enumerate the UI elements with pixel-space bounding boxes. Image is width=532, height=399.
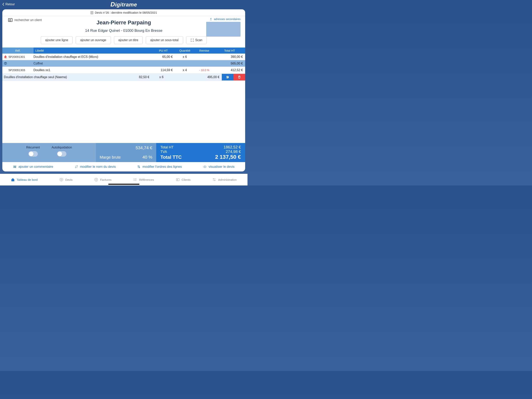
row-pu: 114,59 € (152, 68, 175, 72)
client-search-button[interactable]: rechercher un client (8, 18, 42, 22)
table-row[interactable]: 5P20091303 Douilles xx1 114,59 € x 4 - 1… (2, 67, 245, 73)
add-title-button[interactable]: ajouter un titre (114, 36, 143, 44)
add-comment-label: ajouter un commentaire (19, 165, 53, 169)
reorder-link[interactable]: modifier l'ordres des lignes (137, 165, 182, 169)
nav-admin[interactable]: Administration (212, 178, 237, 182)
svg-point-30 (177, 179, 178, 180)
margin-panel: 534,74 € Marge brute 40 % (96, 143, 156, 162)
comment-icon (13, 165, 17, 168)
row-label: Douilles xx1 (33, 68, 152, 72)
add-line-button[interactable]: ajouter une ligne (41, 36, 73, 44)
row-label: Douilles d'installation chauffage et ECS… (33, 55, 152, 59)
line-items-table: Réf. Libellé PU HT Quantité Remise Total… (2, 48, 245, 143)
scan-label: Scan (195, 38, 202, 42)
svg-point-11 (228, 77, 229, 77)
svg-point-28 (133, 180, 134, 181)
chevron-left-icon (2, 3, 4, 6)
margin-amount: 534,74 € (100, 145, 152, 150)
autoliq-label: Autoliquidation (52, 146, 72, 149)
scan-button[interactable]: Scan (186, 36, 207, 44)
svg-point-34 (214, 180, 215, 181)
row-label: Douilles d'installation chauffage seul (… (4, 75, 128, 79)
row-total: 495,00 € (191, 75, 222, 79)
row-total: 412,52 € (214, 68, 245, 72)
list-icon (133, 178, 137, 182)
cube-icon (4, 62, 7, 65)
edit-row-button[interactable] (222, 74, 234, 80)
table-row[interactable]: 5P20091301 Douilles d'installation chauf… (2, 54, 245, 60)
eye-icon (203, 165, 207, 168)
bag-icon (4, 55, 7, 59)
reorder-icon (137, 165, 141, 168)
client-icon (8, 18, 13, 22)
nav-invoices-label: Factures (100, 178, 111, 181)
row-qty: x 4 (175, 68, 195, 72)
client-search-label: rechercher un client (14, 18, 42, 22)
delete-row-button[interactable] (234, 74, 245, 80)
svg-point-26 (133, 179, 134, 179)
clients-icon (176, 178, 180, 182)
trash-icon (238, 75, 241, 79)
margin-pct: 40 % (143, 155, 152, 160)
view-link[interactable]: visualiser le devis (203, 165, 234, 169)
secondary-addresses-label: adresses secondaires (214, 18, 241, 21)
nav-invoices[interactable]: €Factures (94, 178, 111, 182)
svg-text:D: D (61, 179, 62, 181)
row-ref: 5P20091301 (9, 55, 33, 58)
home-icon (11, 178, 15, 182)
row-qty: x 6 (152, 75, 171, 79)
header-qty: Quantité (175, 48, 195, 54)
add-comment-link[interactable]: ajouter un commentaire (13, 165, 53, 169)
add-work-button[interactable]: ajouter un ouvrage (76, 36, 111, 44)
svg-point-4 (210, 18, 211, 19)
scan-icon (191, 39, 194, 42)
svg-point-10 (227, 76, 228, 77)
brand-logo: Digitrame (110, 1, 137, 8)
nav-clients-label: Clients (182, 178, 191, 181)
nav-clients[interactable]: Clients (176, 178, 191, 182)
row-label: Coffret (33, 62, 152, 65)
pencil-icon (75, 165, 78, 168)
nav-quotes[interactable]: DDevis (59, 178, 73, 182)
tva-label: TVA (160, 150, 167, 154)
bottom-nav: Tableau de bord DDevis €Factures Référen… (0, 174, 247, 186)
rename-label: modifier le nom du devis (80, 165, 116, 169)
recurrent-toggle[interactable] (28, 151, 38, 157)
quote-icon: D (59, 178, 63, 182)
table-header: Réf. Libellé PU HT Quantité Remise Total… (2, 48, 245, 54)
document-title-bar: Devis n°26 : dernière modification le 08… (2, 9, 245, 16)
header-pu: PU HT (152, 48, 175, 54)
back-button[interactable]: Retour (2, 3, 15, 6)
rename-link[interactable]: modifier le nom du devis (75, 165, 116, 169)
recurrent-label: Récurrent (26, 146, 40, 149)
tva: 274,98 € (226, 149, 241, 154)
back-label: Retour (6, 3, 15, 6)
header-label: Libellé (33, 48, 152, 54)
nav-refs[interactable]: Références (133, 178, 154, 182)
svg-point-12 (227, 78, 228, 78)
svg-point-18 (204, 166, 205, 167)
row-pu: 65,00 € (152, 55, 175, 59)
row-discount: - 10.0 % (195, 69, 214, 72)
client-name: Jean-Pierre Parpaing (7, 19, 241, 26)
row-pu: 82,50 € (128, 75, 152, 79)
secondary-addresses-button[interactable]: adresses secondaires (209, 18, 241, 21)
row-qty: x 6 (175, 55, 195, 59)
add-subtotal-button[interactable]: ajouter un sous-total (146, 36, 183, 44)
nav-dashboard[interactable]: Tableau de bord (11, 178, 38, 182)
options-panel: Récurrent Autoliquidation (2, 143, 96, 162)
table-row[interactable]: Douilles d'installation chauffage seul (… (2, 73, 245, 81)
svg-point-27 (133, 180, 134, 180)
row-total: 565,00 € (214, 62, 245, 65)
header-discount: Remise (195, 48, 214, 54)
nav-quotes-label: Devis (65, 178, 73, 181)
invoice-icon: € (94, 178, 98, 182)
svg-text:€: € (96, 179, 97, 181)
table-row[interactable]: Coffret 565,00 € (2, 60, 245, 67)
autoliq-toggle[interactable] (57, 151, 66, 157)
document-icon (90, 11, 93, 14)
nav-admin-label: Administration (218, 178, 237, 181)
map-thumbnail[interactable] (206, 22, 241, 37)
main-card: Devis n°26 : dernière modification le 08… (2, 9, 245, 171)
settings-icon (212, 178, 216, 182)
